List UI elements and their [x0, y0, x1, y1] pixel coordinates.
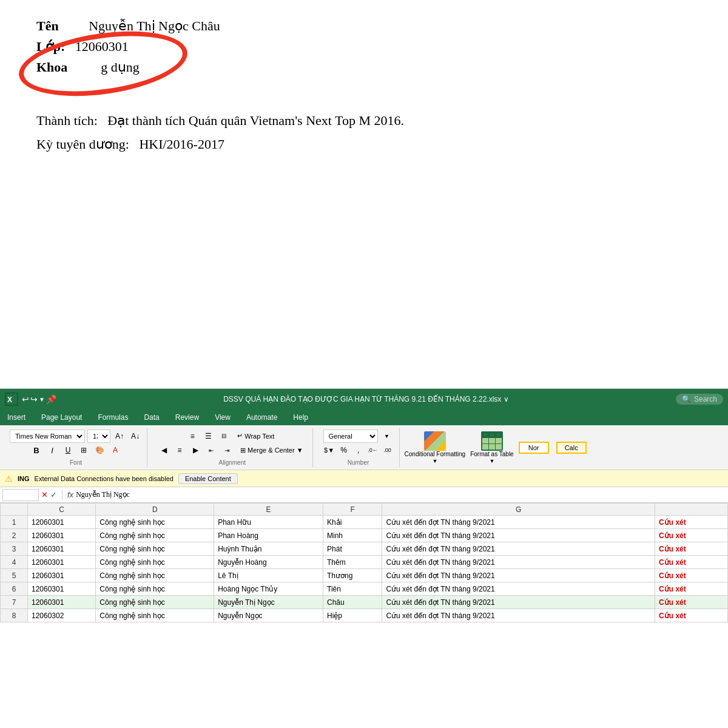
cell-g[interactable]: Cứu xét đến đợt TN tháng 9/2021	[382, 596, 655, 609]
menu-item-data[interactable]: Data	[141, 412, 161, 423]
cell-d[interactable]: Công nghệ sinh học	[96, 569, 214, 582]
normal-style-button[interactable]: Nor	[519, 442, 549, 454]
bold-button[interactable]: B	[30, 443, 43, 457]
menu-item-formulas[interactable]: Formulas	[95, 412, 130, 423]
decrease-font-btn[interactable]: A↓	[129, 430, 142, 443]
increase-indent-btn[interactable]: ⇥	[220, 443, 234, 457]
cell-e[interactable]: Phan Hữu	[214, 516, 323, 529]
cell-g[interactable]: Cứu xét đến đợt TN tháng 9/2021	[382, 556, 655, 569]
cell-e[interactable]: Nguyễn Thị Ngọc	[214, 596, 323, 609]
align-left-btn[interactable]: ◀	[157, 443, 170, 457]
col-header-h	[655, 504, 728, 516]
cell-c[interactable]: 12060301	[27, 516, 95, 529]
cell-c[interactable]: 12060301	[27, 529, 95, 542]
cell-f[interactable]: Thương	[323, 569, 382, 582]
formula-input[interactable]	[76, 490, 726, 499]
italic-button[interactable]: I	[46, 443, 59, 457]
cell-g[interactable]: Cứu xét đến đợt TN tháng 9/2021	[382, 609, 655, 622]
spreadsheet-table: C D E F G 112060301Công nghệ sinh họcPha…	[0, 503, 728, 622]
cell-e[interactable]: Nguyễn Ngọc	[214, 609, 323, 622]
undo-redo-buttons[interactable]: ↩ ↪ ▼ 📌	[22, 394, 56, 404]
cell-e[interactable]: Hoàng Ngọc Thủy	[214, 582, 323, 596]
cell-f[interactable]: Minh	[323, 529, 382, 542]
align-top-center-btn[interactable]: ☰	[201, 430, 215, 443]
cell-h[interactable]: Cứu xét	[655, 569, 728, 582]
increase-decimal-btn[interactable]: .00	[381, 443, 394, 457]
cell-h[interactable]: Cứu xét	[655, 542, 728, 556]
merge-center-button[interactable]: ⊞ Merge & Center ▼	[236, 445, 308, 456]
font-name-selector[interactable]: Times New Roman	[10, 430, 85, 443]
number-format-selector[interactable]: General	[323, 430, 378, 443]
cell-f[interactable]: Hiệp	[323, 609, 382, 622]
cell-h[interactable]: Cứu xét	[655, 609, 728, 622]
comma-btn[interactable]: ,	[352, 443, 365, 457]
font-color-button[interactable]: A	[109, 443, 122, 457]
cell-e[interactable]: Huỳnh Thuận	[214, 542, 323, 556]
cell-g[interactable]: Cứu xét đến đợt TN tháng 9/2021	[382, 542, 655, 556]
align-top-right-btn[interactable]: ⊟	[217, 430, 231, 443]
format-as-table-button[interactable]: Format as Table ▼	[470, 431, 514, 464]
cell-h[interactable]: Cứu xét	[655, 582, 728, 596]
cell-f[interactable]: Khải	[323, 516, 382, 529]
calc-style-button[interactable]: Calc	[556, 442, 587, 454]
cell-d[interactable]: Công nghệ sinh học	[96, 596, 214, 609]
borders-button[interactable]: ⊞	[77, 443, 90, 457]
cell-h[interactable]: Cứu xét	[655, 516, 728, 529]
wrap-text-button[interactable]: ↵ Wrap Text	[233, 430, 278, 442]
menu-item-page-layout[interactable]: Page Layout	[39, 412, 84, 423]
cell-c[interactable]: 12060301	[27, 556, 95, 569]
cell-d[interactable]: Công nghệ sinh học	[96, 582, 214, 596]
cell-c[interactable]: 12060301	[27, 582, 95, 596]
cell-d[interactable]: Công nghệ sinh học	[96, 556, 214, 569]
cell-d[interactable]: Công nghệ sinh học	[96, 609, 214, 622]
cell-g[interactable]: Cứu xét đến đợt TN tháng 9/2021	[382, 582, 655, 596]
confirm-formula-icon[interactable]: ✓	[50, 490, 57, 499]
cell-f[interactable]: Châu	[323, 596, 382, 609]
undo-icon[interactable]: ↩	[22, 394, 29, 404]
increase-font-btn[interactable]: A↑	[113, 430, 126, 443]
fill-color-button[interactable]: 🎨	[93, 443, 106, 457]
underline-button[interactable]: U	[61, 443, 75, 457]
cell-e[interactable]: Phan Hoàng	[214, 529, 323, 542]
search-box[interactable]: 🔍 Search	[676, 394, 723, 405]
cell-f[interactable]: Phát	[323, 542, 382, 556]
percent-btn[interactable]: %	[337, 443, 351, 457]
cell-e[interactable]: Nguyễn Hoàng	[214, 556, 323, 569]
conditional-formatting-icon	[424, 431, 446, 451]
cell-c[interactable]: 12060301	[27, 569, 95, 582]
cell-c[interactable]: 12060302	[27, 609, 95, 622]
font-size-selector[interactable]: 13	[87, 430, 110, 443]
cell-d[interactable]: Công nghệ sinh học	[96, 542, 214, 556]
decrease-indent-btn[interactable]: ⇤	[204, 443, 218, 457]
cell-h[interactable]: Cứu xét	[655, 596, 728, 609]
chevron-down-icon[interactable]: ▼	[39, 396, 45, 403]
decrease-decimal-btn[interactable]: .0←	[366, 443, 380, 457]
cell-d[interactable]: Công nghệ sinh học	[96, 516, 214, 529]
cell-f[interactable]: Thêm	[323, 556, 382, 569]
cell-h[interactable]: Cứu xét	[655, 529, 728, 542]
cell-g[interactable]: Cứu xét đến đợt TN tháng 9/2021	[382, 569, 655, 582]
cell-name-box[interactable]	[2, 489, 39, 501]
menu-item-review[interactable]: Review	[173, 412, 201, 423]
cell-h[interactable]: Cứu xét	[655, 556, 728, 569]
cell-e[interactable]: Lê Thị	[214, 569, 323, 582]
number-expand-btn[interactable]: ▼	[380, 430, 394, 443]
cell-c[interactable]: 12060301	[27, 542, 95, 556]
cell-g[interactable]: Cứu xét đến đợt TN tháng 9/2021	[382, 516, 655, 529]
menu-item-insert[interactable]: Insert	[5, 412, 28, 423]
enable-content-button[interactable]: Enable Content	[178, 473, 238, 484]
align-center-btn[interactable]: ≡	[173, 443, 186, 457]
redo-icon[interactable]: ↪	[30, 394, 38, 404]
align-right-btn[interactable]: ▶	[189, 443, 202, 457]
menu-item-view[interactable]: View	[212, 412, 233, 423]
dollar-btn[interactable]: $▼	[323, 443, 336, 457]
cell-g[interactable]: Cứu xét đến đợt TN tháng 9/2021	[382, 529, 655, 542]
cell-d[interactable]: Công nghệ sinh học	[96, 529, 214, 542]
cell-f[interactable]: Tiên	[323, 582, 382, 596]
cancel-formula-icon[interactable]: ✕	[41, 490, 48, 499]
conditional-formatting-button[interactable]: Conditional Formatting ▼	[405, 431, 466, 464]
menu-item-help[interactable]: Help	[291, 412, 311, 423]
menu-item-automate[interactable]: Automate	[244, 412, 280, 423]
align-top-left-btn[interactable]: ≡	[186, 430, 199, 443]
cell-c[interactable]: 12060301	[27, 596, 95, 609]
